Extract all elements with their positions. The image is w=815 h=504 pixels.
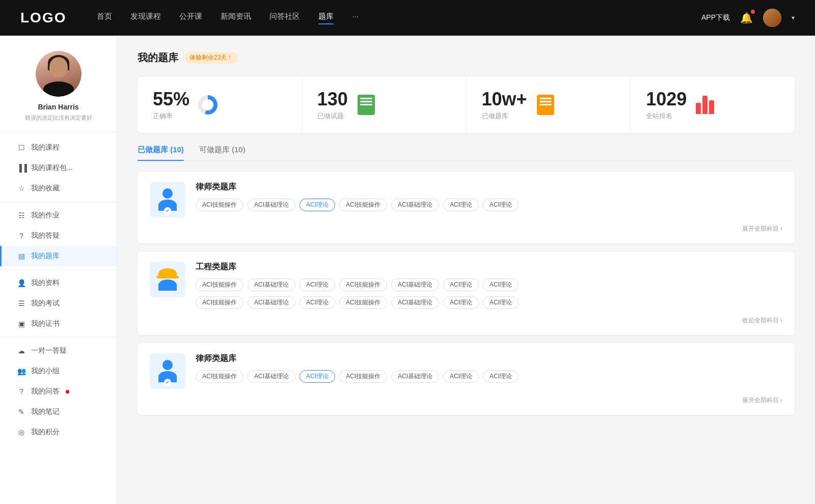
lawyer-head-3 — [162, 360, 173, 370]
sidebar-item-coursepack[interactable]: ▐▐ 我的课程包... — [0, 158, 117, 178]
tag-2-12[interactable]: ACI基础理论 — [391, 296, 439, 309]
tag-1-2[interactable]: ACI基础理论 — [248, 199, 295, 211]
sidebar-item-certificate[interactable]: ▣ 我的证书 — [0, 314, 117, 334]
notes-icon: ✎ — [17, 408, 26, 416]
avatar-body — [43, 81, 74, 97]
tag-2-14[interactable]: ACI理论 — [483, 296, 519, 309]
qbank-card-2-name: 工程类题库 — [196, 262, 782, 272]
lawyer-badge: ✓ — [164, 207, 171, 214]
tag-1-6[interactable]: ACI理论 — [443, 199, 479, 211]
qbank-card-3-name: 律师类题库 — [196, 353, 782, 364]
nav-news[interactable]: 新闻资讯 — [221, 12, 251, 24]
engineer-body — [158, 279, 177, 291]
stat-accuracy-label: 正确率 — [153, 111, 189, 121]
qbank-card-3-expand[interactable]: 展开全部科目 › — [150, 396, 782, 405]
qbank-card-2-expand[interactable]: 收起全部科目 › — [150, 316, 782, 325]
sidebar-profile: Brian Harris 错误的决定比没有决定要好 — [0, 51, 117, 132]
stat-banks-label: 已做题库 — [482, 111, 527, 121]
favorites-icon: ☆ — [17, 184, 26, 192]
sidebar-item-label: 我的证书 — [31, 319, 60, 328]
bar1 — [696, 103, 701, 114]
tag-2-13[interactable]: ACI理论 — [443, 296, 479, 309]
sidebar-item-label: 我的问答 — [31, 387, 60, 396]
user-motto: 错误的决定比没有决定要好 — [25, 114, 92, 122]
qbank-card-2-tags-row2: ACI技能操作 ACI基础理论 ACI理论 ACI技能操作 ACI基础理论 AC… — [196, 296, 782, 309]
tag-2-3[interactable]: ACI理论 — [300, 278, 335, 291]
nav-opencourse[interactable]: 公开课 — [179, 12, 202, 24]
nav-discover[interactable]: 发现课程 — [130, 12, 161, 24]
tag-1-4[interactable]: ACI技能操作 — [339, 199, 387, 211]
qbank-card-3-header: ✓ 律师类题库 ACI技能操作 ACI基础理论 ACI理论 ACI技能操作 AC… — [150, 353, 782, 389]
tag-2-4[interactable]: ACI技能操作 — [339, 278, 387, 291]
sidebar-item-homework[interactable]: ☷ 我的作业 — [0, 205, 117, 226]
sidebar-item-points[interactable]: ◎ 我的积分 — [0, 422, 117, 442]
sidebar-item-course[interactable]: ☐ 我的课程 — [0, 137, 117, 158]
tag-2-2[interactable]: ACI基础理论 — [248, 278, 295, 291]
tab-available[interactable]: 可做题库 (10) — [199, 145, 246, 161]
tag-3-4[interactable]: ACI技能操作 — [339, 370, 387, 383]
sidebar-item-group[interactable]: 👥 我的小组 — [0, 361, 117, 381]
nav-questionbank[interactable]: 题库 — [318, 12, 334, 24]
nav-more[interactable]: ··· — [352, 12, 359, 24]
homework-icon: ☷ — [17, 211, 26, 219]
sidebar-item-favorites[interactable]: ☆ 我的收藏 — [0, 178, 117, 199]
tag-1-3[interactable]: ACI理论 — [300, 199, 335, 211]
main-layout: Brian Harris 错误的决定比没有决定要好 ☐ 我的课程 ▐▐ 我的课程… — [0, 36, 815, 504]
nav-menu: 首页 发现课程 公开课 新闻资讯 问答社区 题库 ··· — [97, 12, 701, 24]
tag-2-11[interactable]: ACI技能操作 — [339, 296, 387, 309]
sidebar-item-label: 我的题库 — [31, 251, 60, 261]
engineer-icon — [158, 268, 177, 291]
sidebar-item-1on1qa[interactable]: ☁ 一对一答疑 — [0, 341, 117, 361]
tag-3-6[interactable]: ACI理论 — [443, 370, 479, 383]
sidebar-item-myqa[interactable]: ? 我的问答 — [0, 381, 117, 402]
tag-3-1[interactable]: ACI技能操作 — [196, 370, 243, 383]
tag-2-7[interactable]: ACI理论 — [483, 278, 519, 291]
qbank-card-1-header: ✓ 律师类题库 ACI技能操作 ACI基础理论 ACI理论 ACI技能操作 AC… — [150, 182, 782, 217]
sidebar-item-exam[interactable]: ☰ 我的考试 — [0, 293, 117, 314]
tag-3-7[interactable]: ACI理论 — [483, 370, 519, 383]
tag-3-3[interactable]: ACI理论 — [300, 370, 335, 383]
navbar: LOGO 首页 发现课程 公开课 新闻资讯 问答社区 题库 ··· APP下载 … — [0, 0, 815, 36]
tag-3-5[interactable]: ACI基础理论 — [391, 370, 439, 383]
doc-green-icon — [358, 95, 375, 115]
sidebar-item-qa[interactable]: ? 我的答疑 — [0, 226, 117, 246]
questionbank-icon: ▤ — [17, 252, 26, 260]
tab-done[interactable]: 已做题库 (10) — [138, 145, 184, 161]
lawyer-badge-3: ✓ — [164, 379, 171, 386]
sidebar-item-label: 我的课程 — [31, 143, 60, 152]
unread-dot — [66, 390, 69, 394]
sidebar-item-profile[interactable]: 👤 我的资料 — [0, 273, 117, 293]
sidebar-item-notes[interactable]: ✎ 我的笔记 — [0, 402, 117, 422]
tag-2-9[interactable]: ACI基础理论 — [248, 296, 295, 309]
tag-3-2[interactable]: ACI基础理论 — [248, 370, 295, 383]
tag-1-1[interactable]: ACI技能操作 — [196, 199, 243, 211]
tag-2-8[interactable]: ACI技能操作 — [196, 296, 243, 309]
course-icon: ☐ — [17, 144, 26, 152]
qbank-card-3-tags: ACI技能操作 ACI基础理论 ACI理论 ACI技能操作 ACI基础理论 AC… — [196, 370, 782, 383]
tag-2-6[interactable]: ACI理论 — [443, 278, 479, 291]
nav-home[interactable]: 首页 — [97, 12, 112, 24]
divider — [0, 337, 117, 338]
tag-1-5[interactable]: ACI基础理论 — [391, 199, 439, 211]
qbank-card-1-expand[interactable]: 展开全部科目 › — [150, 225, 782, 233]
logo[interactable]: LOGO — [20, 10, 66, 26]
nav-qa[interactable]: 问答社区 — [269, 12, 300, 24]
stat-rank-text: 1029 全站排名 — [646, 89, 687, 121]
sidebar-item-label: 一对一答疑 — [31, 346, 67, 355]
tag-2-1[interactable]: ACI技能操作 — [196, 278, 243, 291]
tag-2-5[interactable]: ACI基础理论 — [391, 278, 439, 291]
stat-accuracy-text: 55% 正确率 — [153, 89, 189, 121]
sidebar-item-label: 我的课程包... — [31, 163, 73, 173]
notification-bell[interactable]: 🔔 — [740, 12, 753, 24]
main-content: 我的题库 体验剩余23天！ 55% 正确率 130 已做试题 — [117, 36, 815, 504]
avatar[interactable] — [763, 9, 781, 27]
app-download-button[interactable]: APP下载 — [701, 13, 730, 22]
tag-2-10[interactable]: ACI理论 — [300, 296, 335, 309]
sidebar-item-questionbank[interactable]: ▤ 我的题库 — [0, 246, 117, 266]
trial-badge: 体验剩余23天！ — [184, 52, 238, 64]
lawyer-body: ✓ — [158, 200, 177, 211]
certificate-icon: ▣ — [17, 320, 26, 328]
tag-1-7[interactable]: ACI理论 — [483, 199, 519, 211]
user-dropdown-arrow[interactable]: ▾ — [792, 14, 795, 21]
lawyer-icon: ✓ — [157, 188, 178, 211]
